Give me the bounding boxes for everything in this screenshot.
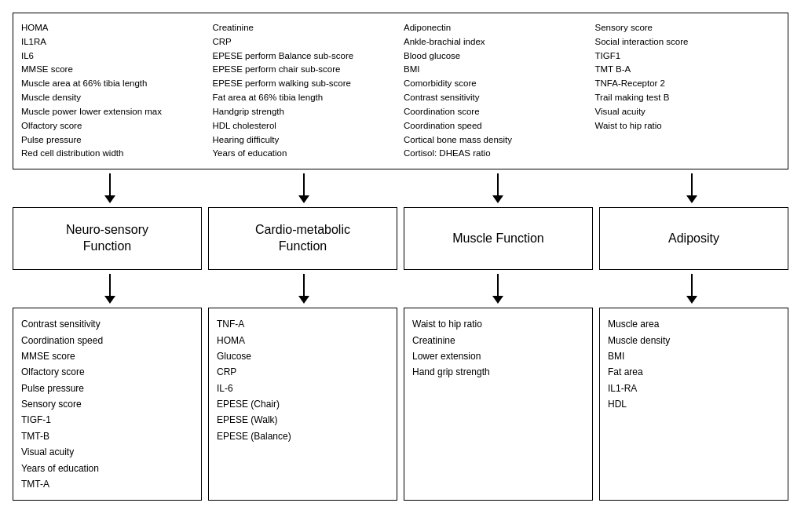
function-box-0: Neuro-sensoryFunction [13, 207, 202, 270]
arrow-down-1 [298, 274, 309, 304]
source-column-1: CreatinineCRPEPESE perform Balance sub-s… [208, 21, 400, 161]
arrow-shaft-2 [497, 274, 499, 296]
arrow-down-0 [104, 274, 115, 304]
arrow-shaft-3 [691, 274, 693, 296]
arrow-cell-0 [13, 169, 207, 207]
source-column-2: AdiponectinAnkle-brachial indexBlood glu… [399, 21, 591, 161]
arrow-cell-3 [594, 169, 788, 207]
detail-box-0: Contrast sensitivityCoordination speedMM… [13, 308, 202, 501]
arrow-head-0 [104, 195, 115, 203]
arrow-shaft-0 [109, 274, 111, 296]
arrow-down-1 [298, 173, 309, 203]
arrow-cell-1 [207, 169, 400, 207]
detail-text-3: Muscle areaMuscle densityBMIFat areaIL1-… [608, 316, 780, 412]
function-row: Neuro-sensoryFunctionCardio-metabolicFun… [13, 207, 788, 270]
arrow-shaft-1 [303, 173, 305, 195]
source-column-3-text: Sensory scoreSocial interaction scoreTIG… [595, 21, 777, 133]
detail-text-1: TNF-AHOMAGlucoseCRPIL-6EPESE (Chair)EPES… [217, 316, 389, 444]
arrow-head-2 [492, 296, 503, 304]
arrow-down-3 [686, 173, 697, 203]
arrow-head-1 [298, 195, 309, 203]
function-label-2: Muscle Function [452, 231, 544, 247]
source-column-3: Sensory scoreSocial interaction scoreTIG… [591, 21, 782, 161]
function-label-3: Adiposity [668, 231, 719, 247]
function-label-0: Neuro-sensoryFunction [66, 222, 148, 255]
detail-text-2: Waist to hip ratioCreatinineLower extens… [412, 316, 584, 381]
arrow-shaft-3 [691, 173, 693, 195]
function-box-3: Adiposity [599, 207, 788, 270]
arrow-cell-0 [13, 270, 207, 308]
detail-box-2: Waist to hip ratioCreatinineLower extens… [404, 308, 593, 501]
source-column-0: HOMAIL1RAIL6MMSE scoreMuscle area at 66%… [20, 21, 208, 161]
arrow-head-0 [104, 296, 115, 304]
arrow-down-2 [492, 173, 503, 203]
arrow-cell-1 [207, 270, 400, 308]
arrow-down-3 [686, 274, 697, 304]
diagram: HOMAIL1RAIL6MMSE scoreMuscle area at 66%… [13, 13, 788, 501]
arrow-shaft-1 [303, 274, 305, 296]
source-column-1-text: CreatinineCRPEPESE perform Balance sub-s… [213, 21, 395, 161]
function-box-2: Muscle Function [404, 207, 593, 270]
arrow-head-3 [686, 195, 697, 203]
arrow-shaft-2 [497, 173, 499, 195]
arrow-down-2 [492, 274, 503, 304]
function-box-1: Cardio-metabolicFunction [208, 207, 397, 270]
arrow-head-1 [298, 296, 309, 304]
source-column-2-text: AdiponectinAnkle-brachial indexBlood glu… [404, 21, 586, 161]
arrow-row-2 [13, 270, 788, 308]
detail-row: Contrast sensitivityCoordination speedMM… [13, 308, 788, 501]
arrow-cell-3 [594, 270, 788, 308]
detail-box-1: TNF-AHOMAGlucoseCRPIL-6EPESE (Chair)EPES… [208, 308, 397, 501]
arrow-head-3 [686, 296, 697, 304]
function-label-1: Cardio-metabolicFunction [255, 222, 350, 255]
detail-text-0: Contrast sensitivityCoordination speedMM… [21, 316, 193, 492]
source-box: HOMAIL1RAIL6MMSE scoreMuscle area at 66%… [13, 13, 788, 169]
arrow-cell-2 [400, 169, 594, 207]
source-column-0-text: HOMAIL1RAIL6MMSE scoreMuscle area at 66%… [21, 21, 203, 161]
detail-box-3: Muscle areaMuscle densityBMIFat areaIL1-… [599, 308, 788, 501]
arrow-down-0 [104, 173, 115, 203]
arrow-shaft-0 [109, 173, 111, 195]
arrow-row-1 [13, 169, 788, 207]
arrow-head-2 [492, 195, 503, 203]
arrow-cell-2 [400, 270, 594, 308]
